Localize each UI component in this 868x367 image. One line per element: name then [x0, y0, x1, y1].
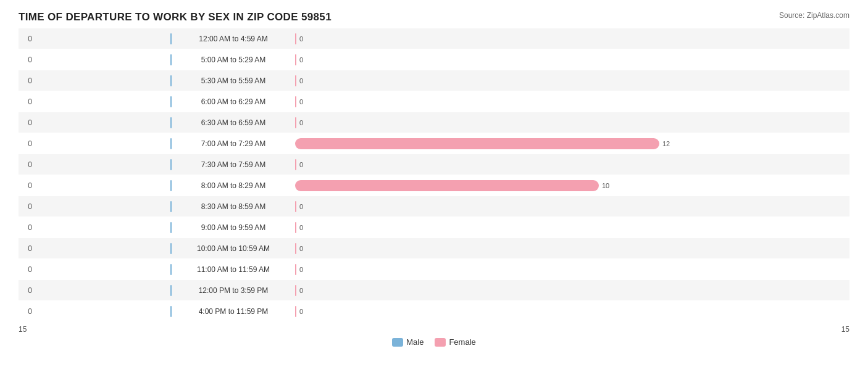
male-value: 0 — [19, 181, 36, 190]
male-bar-area — [36, 54, 172, 65]
table-row: 0 8:00 AM to 8:29 AM 10 — [19, 175, 849, 196]
table-row: 0 8:30 AM to 8:59 AM 0 — [19, 196, 849, 216]
time-label: 6:00 AM to 6:29 AM — [172, 97, 295, 106]
female-bar-area: 10 — [295, 180, 849, 191]
female-bar-area: 0 — [295, 306, 849, 317]
female-value: 0 — [296, 161, 309, 168]
male-value: 0 — [19, 223, 36, 232]
female-bar-area: 0 — [295, 159, 849, 170]
female-bar-label: 10 — [599, 182, 611, 189]
time-label: 11:00 AM to 11:59 AM — [172, 265, 295, 274]
time-label: 5:30 AM to 5:59 AM — [172, 76, 295, 85]
legend-female-label: Female — [449, 337, 475, 347]
female-bar-area: 0 — [295, 243, 849, 254]
table-row: 0 12:00 PM to 3:59 PM 0 — [19, 280, 849, 300]
table-row: 0 6:00 AM to 6:29 AM 0 — [19, 91, 849, 112]
male-bar-area — [36, 180, 172, 191]
table-row: 0 4:00 PM to 11:59 PM 0 — [19, 301, 849, 321]
female-value: 0 — [296, 224, 309, 231]
axis-left-label: 15 — [19, 325, 27, 334]
female-bar-area: 0 — [295, 117, 849, 128]
male-value: 0 — [19, 202, 36, 211]
female-bar-area: 0 — [295, 54, 849, 65]
table-row: 0 10:00 AM to 10:59 AM 0 — [19, 238, 849, 258]
time-label: 6:30 AM to 6:59 AM — [172, 118, 295, 127]
male-bar-area — [36, 75, 172, 86]
time-label: 4:00 PM to 11:59 PM — [172, 307, 295, 316]
table-row: 0 5:30 AM to 5:59 AM 0 — [19, 70, 849, 91]
male-value: 0 — [19, 35, 36, 43]
table-row: 0 12:00 AM to 4:59 AM 0 — [19, 28, 849, 49]
time-label: 12:00 PM to 3:59 PM — [172, 286, 295, 295]
table-row: 0 6:30 AM to 6:59 AM 0 — [19, 112, 849, 133]
time-label: 5:00 AM to 5:29 AM — [172, 56, 295, 64]
male-value: 0 — [19, 307, 36, 316]
female-swatch — [435, 338, 446, 347]
female-bar — [295, 180, 599, 191]
female-value: 0 — [296, 77, 309, 85]
female-value: 0 — [296, 287, 309, 294]
male-value: 0 — [19, 76, 36, 85]
time-label: 9:00 AM to 9:59 AM — [172, 223, 295, 232]
rows-wrapper: 0 12:00 AM to 4:59 AM 0 0 5:00 AM to 5:2… — [19, 28, 849, 321]
male-swatch — [392, 338, 403, 347]
legend: Male Female — [19, 337, 849, 347]
female-bar-area: 12 — [295, 138, 849, 149]
female-bar-area: 0 — [295, 222, 849, 233]
male-value: 0 — [19, 160, 36, 169]
table-row: 0 5:00 AM to 5:29 AM 0 — [19, 49, 849, 70]
table-row: 0 7:30 AM to 7:59 AM 0 — [19, 154, 849, 175]
male-bar-area — [36, 117, 172, 128]
time-label: 8:00 AM to 8:29 AM — [172, 181, 295, 190]
table-row: 0 11:00 AM to 11:59 AM 0 — [19, 259, 849, 279]
male-bar-area — [36, 306, 172, 317]
male-bar-area — [36, 33, 172, 44]
male-bar-area — [36, 96, 172, 107]
source-label: Source: ZipAtlas.com — [779, 11, 849, 20]
female-value: 0 — [296, 266, 309, 273]
male-value: 0 — [19, 56, 36, 64]
female-bar-area: 0 — [295, 75, 849, 86]
time-label: 12:00 AM to 4:59 AM — [172, 35, 295, 43]
male-value: 0 — [19, 139, 36, 148]
time-label: 10:00 AM to 10:59 AM — [172, 244, 295, 253]
female-bar-area: 0 — [295, 96, 849, 107]
male-value: 0 — [19, 244, 36, 253]
female-value: 0 — [296, 56, 309, 64]
male-bar-area — [36, 201, 172, 212]
time-label: 7:00 AM to 7:29 AM — [172, 139, 295, 148]
table-row: 0 7:00 AM to 7:29 AM 12 — [19, 133, 849, 154]
female-value: 0 — [296, 203, 309, 210]
time-label: 7:30 AM to 7:59 AM — [172, 160, 295, 169]
chart-title: TIME OF DEPARTURE TO WORK BY SEX IN ZIP … — [19, 11, 849, 23]
female-value: 0 — [296, 98, 309, 105]
female-value: 0 — [296, 308, 309, 315]
female-bar — [295, 138, 659, 149]
legend-male-label: Male — [406, 337, 424, 347]
male-value: 0 — [19, 118, 36, 127]
chart-container: TIME OF DEPARTURE TO WORK BY SEX IN ZIP … — [0, 0, 868, 367]
female-bar-area: 0 — [295, 264, 849, 275]
male-value: 0 — [19, 265, 36, 274]
time-label: 8:30 AM to 8:59 AM — [172, 202, 295, 211]
male-bar-area — [36, 138, 172, 149]
male-bar-area — [36, 285, 172, 296]
male-bar-area — [36, 159, 172, 170]
male-bar-area — [36, 264, 172, 275]
female-bar-area: 0 — [295, 285, 849, 296]
axis-right-label: 15 — [841, 325, 849, 334]
legend-male: Male — [392, 337, 424, 347]
legend-female: Female — [435, 337, 475, 347]
male-bar-area — [36, 243, 172, 254]
female-value: 0 — [296, 245, 309, 252]
female-bar-area: 0 — [295, 33, 849, 44]
male-bar-area — [36, 222, 172, 233]
male-value: 0 — [19, 286, 36, 295]
female-bar-label: 12 — [659, 140, 672, 147]
female-value: 0 — [296, 35, 309, 43]
female-value: 0 — [296, 119, 309, 126]
table-row: 0 9:00 AM to 9:59 AM 0 — [19, 217, 849, 237]
female-bar-area: 0 — [295, 201, 849, 212]
male-value: 0 — [19, 97, 36, 106]
